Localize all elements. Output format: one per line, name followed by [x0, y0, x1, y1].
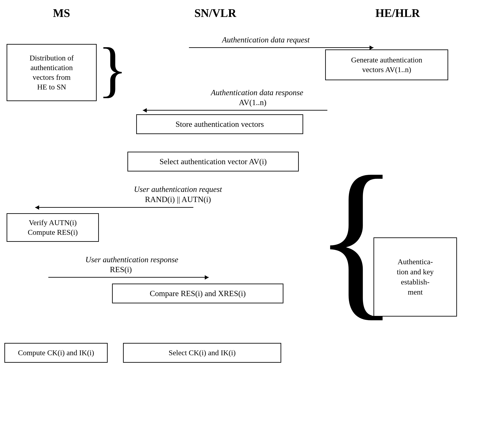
hehlr-header: HE/HLR — [356, 7, 439, 20]
res-i-label: RES(i) — [77, 265, 165, 274]
snvlr-header: SN/VLR — [171, 7, 259, 20]
generate-box: Generate authentication vectors AV(1..n) — [325, 49, 448, 80]
distribution-box: Distribution of authentication vectors f… — [7, 44, 97, 101]
av1n-label: AV(1..n) — [198, 98, 308, 107]
user-auth-response-label: User authentication response — [48, 255, 215, 264]
auth-data-response-label: Authentication data response — [180, 88, 334, 97]
auth-data-request-arrow — [189, 47, 374, 48]
select-ck-box: Select CK(i) and IK(i) — [123, 343, 281, 363]
auth-data-response-arrow — [143, 110, 327, 111]
compare-box: Compare RES(i) and XRES(i) — [112, 284, 283, 303]
auth-data-request-label: Authentication data request — [180, 35, 351, 44]
select-av-box: Select authentication vector AV(i) — [127, 152, 299, 171]
verify-box: Verify AUTN(i) Compute RES(i) — [7, 213, 99, 242]
user-auth-request-arrow — [35, 207, 193, 208]
compute-ck-box: Compute CK(i) and IK(i) — [4, 343, 108, 363]
auth-key-box: Authentica- tion and key establish- ment — [374, 237, 457, 317]
rand-autn-label: RAND(i) || AUTN(i) — [99, 195, 257, 204]
store-box: Store authentication vectors — [136, 114, 303, 134]
user-auth-request-label: User authentication request — [88, 185, 268, 194]
distribution-brace: } — [98, 39, 127, 100]
user-auth-response-arrow — [48, 277, 209, 278]
ms-header: MS — [26, 7, 97, 20]
